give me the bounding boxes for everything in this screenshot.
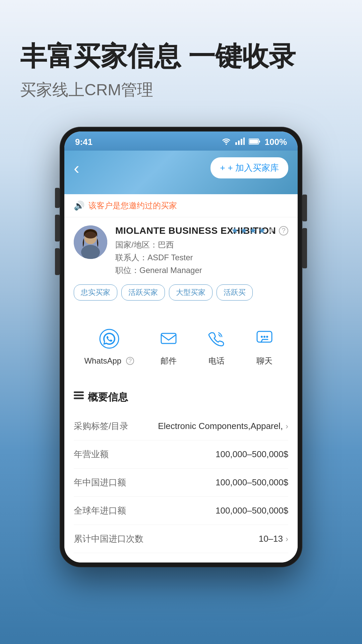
info-label-4: 累计中国进口次数 xyxy=(74,533,143,545)
svg-rect-6 xyxy=(259,141,260,143)
side-button-volume xyxy=(302,228,307,268)
chat-label: 聊天 xyxy=(256,356,273,366)
contact-chat[interactable]: 聊天 xyxy=(251,325,278,366)
info-value-2: 100,000–500,000$ xyxy=(216,477,288,488)
position-value: General Manager xyxy=(139,266,202,275)
phone-screen: 9:41 xyxy=(64,131,298,562)
info-value-text-4: 10–13 xyxy=(259,534,283,544)
info-value-0: Electronic Components,Apparel, › xyxy=(158,421,288,431)
star-2: ★ xyxy=(240,225,248,236)
stars-row: ★ ★ ★ ★ ★ ? xyxy=(231,225,288,236)
notice-text: 该客户是您邀约过的买家 xyxy=(88,200,177,211)
hero-title: 丰富买家信息 一键收录 xyxy=(20,40,342,72)
tag-active2: 活跃买 xyxy=(217,284,253,301)
chat-icon-wrapper xyxy=(251,325,278,352)
info-item-2: 年中国进口额 100,000–500,000$ xyxy=(74,469,288,497)
svg-rect-3 xyxy=(243,138,245,145)
info-item-4: 累计中国进口次数 10–13 › xyxy=(74,525,288,553)
header-bg: ‹ + + 加入买家库 xyxy=(64,151,298,194)
info-label-1: 年营业额 xyxy=(74,448,109,460)
hero-subtitle: 买家线上CRM管理 xyxy=(20,79,342,101)
contact-whatsapp[interactable]: WhatsApp ? xyxy=(84,325,134,366)
country-label: 国家/地区： xyxy=(115,239,158,250)
svg-rect-5 xyxy=(249,140,258,144)
country-row: 国家/地区： 巴西 xyxy=(115,239,288,250)
notice-banner: 🔊 该客户是您邀约过的买家 xyxy=(64,194,298,217)
info-value-4: 10–13 › xyxy=(259,534,288,544)
svg-rect-20 xyxy=(74,397,84,399)
chevron-icon-0: › xyxy=(286,422,288,431)
side-button-left-3 xyxy=(55,248,60,275)
battery-icon xyxy=(249,137,261,147)
svg-rect-18 xyxy=(74,391,84,393)
contact-actions: WhatsApp ? 邮件 xyxy=(64,315,298,376)
header-bar: ‹ + + 加入买家库 xyxy=(64,151,298,189)
position-row: 职位： General Manager xyxy=(115,265,288,276)
add-buyer-button[interactable]: + + 加入买家库 xyxy=(210,157,288,178)
rating-help-icon[interactable]: ? xyxy=(279,226,288,235)
contact-email[interactable]: 邮件 xyxy=(155,325,182,366)
position-label: 职位： xyxy=(115,265,139,276)
business-card: ★ ★ ★ ★ ★ ? xyxy=(64,217,298,310)
svg-rect-13 xyxy=(161,333,176,343)
side-button-power xyxy=(302,195,307,221)
signal-icon xyxy=(235,137,245,147)
wifi-icon xyxy=(221,137,231,147)
side-button-left-2 xyxy=(55,215,60,241)
svg-rect-0 xyxy=(235,142,237,145)
tag-active: 活跃买家 xyxy=(121,284,165,301)
svg-point-17 xyxy=(266,336,268,338)
chevron-icon-4: › xyxy=(286,534,288,544)
contact-phone[interactable]: 电话 xyxy=(203,325,230,366)
info-item-3: 全球年进口额 100,000–500,000$ xyxy=(74,497,288,525)
side-button-left-1 xyxy=(55,188,60,208)
info-label-2: 年中国进口额 xyxy=(74,477,126,488)
country-value: 巴西 xyxy=(158,239,174,250)
hero-section: 丰富买家信息 一键收录 买家线上CRM管理 xyxy=(0,0,362,114)
svg-point-12 xyxy=(100,329,119,348)
whatsapp-label: WhatsApp ? xyxy=(84,356,134,366)
info-value-text-0: Electronic Components,Apparel, xyxy=(158,421,283,431)
status-right: 100% xyxy=(221,137,287,147)
overview-icon xyxy=(74,391,84,403)
phone-frame: 9:41 xyxy=(60,127,302,567)
contact-label: 联系人： xyxy=(115,252,147,263)
svg-rect-2 xyxy=(241,139,242,145)
battery-percent: 100% xyxy=(265,137,287,147)
svg-point-15 xyxy=(261,336,263,338)
info-item-0: 采购标签/目录 Electronic Components,Apparel, › xyxy=(74,412,288,440)
contact-value: ASDF Tester xyxy=(147,253,193,262)
overview-title: 概要信息 xyxy=(88,390,128,404)
star-1: ★ xyxy=(231,225,239,236)
phone-label: 电话 xyxy=(208,356,225,366)
svg-point-9 xyxy=(81,245,100,259)
whatsapp-icon-wrapper xyxy=(96,325,123,352)
section-title: 概要信息 xyxy=(74,390,288,404)
overview-section: 概要信息 采购标签/目录 Electronic Components,Appar… xyxy=(64,381,298,562)
star-3: ★ xyxy=(249,225,257,236)
avatar xyxy=(74,225,107,259)
status-bar: 9:41 xyxy=(64,131,298,151)
email-icon-wrapper xyxy=(155,325,182,352)
tags-row: 忠实买家 活跃买家 大型买家 活跃买 xyxy=(74,284,288,301)
plus-icon: + xyxy=(220,163,225,173)
email-label: 邮件 xyxy=(161,356,177,366)
add-buyer-label: + 加入买家库 xyxy=(228,162,279,174)
phone-mockup-container: 9:41 xyxy=(0,127,362,567)
info-label-0: 采购标签/目录 xyxy=(74,420,128,432)
star-4: ★ xyxy=(258,225,266,236)
whatsapp-text: WhatsApp xyxy=(84,356,121,366)
back-button[interactable]: ‹ xyxy=(74,158,79,178)
status-time: 9:41 xyxy=(75,137,93,147)
info-item-1: 年营业额 100,000–500,000$ xyxy=(74,440,288,469)
info-value-1: 100,000–500,000$ xyxy=(216,449,288,460)
svg-point-16 xyxy=(263,336,265,338)
star-5: ★ xyxy=(267,225,275,236)
svg-rect-1 xyxy=(238,141,240,145)
tag-large: 大型买家 xyxy=(169,284,213,301)
svg-rect-19 xyxy=(74,394,84,396)
phone-icon-wrapper xyxy=(203,325,230,352)
contact-row: 联系人： ASDF Tester xyxy=(115,252,288,263)
info-value-3: 100,000–500,000$ xyxy=(216,505,288,516)
whatsapp-help-icon[interactable]: ? xyxy=(126,357,134,365)
